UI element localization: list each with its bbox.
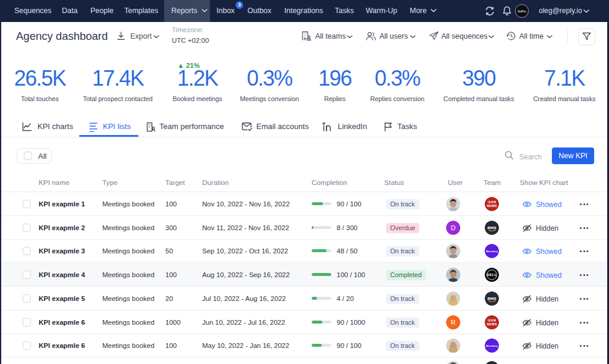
svg-text:NEWS: NEWS: [487, 204, 497, 208]
svg-text:aws: aws: [487, 225, 497, 230]
svg-text:R: R: [451, 319, 456, 326]
svg-text:DELL: DELL: [486, 273, 497, 277]
svg-text:Bloomberg: Bloomberg: [486, 345, 497, 347]
svg-text:aws: aws: [487, 296, 497, 301]
svg-text:D: D: [451, 224, 456, 231]
svg-text:GoPro: GoPro: [517, 10, 526, 13]
svg-text:Bloomberg: Bloomberg: [486, 250, 497, 253]
svg-text:NEWS: NEWS: [487, 322, 497, 326]
